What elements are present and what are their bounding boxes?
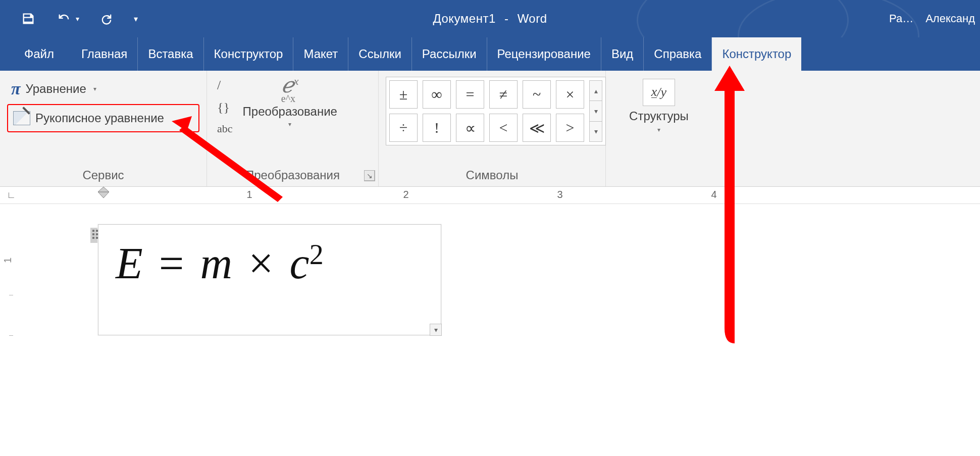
symbol-tilde[interactable]: ~ [523, 80, 551, 109]
indent-marker[interactable] [98, 187, 109, 202]
group-symbols: ± ∞ = ≠ ~ × ÷ ! ∝ < ≪ > ▴ ▾ ▾ [379, 71, 606, 186]
gallery-scroll-down[interactable]: ▾ [589, 101, 602, 121]
gallery-scroll-up[interactable]: ▴ [589, 80, 602, 101]
ruler-num-3: 3 [557, 189, 562, 200]
ink-equation-label: Рукописное уравнение [35, 111, 164, 125]
document-name: Документ1 [433, 12, 495, 25]
save-icon [21, 12, 35, 26]
title-separator: - [504, 12, 509, 25]
ink-equation-icon [13, 111, 30, 125]
window-title: Документ1 - Word [433, 12, 547, 26]
conversions-dialog-launcher[interactable]: ↘ [364, 170, 375, 181]
group-conversions: / {} abc ℯxe^x Преобразование ▾ Преобраз… [207, 71, 379, 186]
symbol-greater-than[interactable]: > [556, 114, 584, 142]
tab-file[interactable]: Файл [14, 37, 71, 71]
svg-marker-1 [98, 187, 109, 192]
convert-button[interactable]: ℯxe^x Преобразование ▾ [243, 77, 337, 128]
tab-mailings[interactable]: Рассылки [412, 37, 487, 71]
tab-home[interactable]: Главная [71, 37, 138, 71]
symbol-multiply[interactable]: × [556, 80, 584, 109]
equation-button-label: Уравнение [26, 82, 86, 96]
group-tools-label: Сервис [7, 165, 199, 186]
equation-drag-handle[interactable] [90, 228, 97, 243]
gallery-expand[interactable]: ▾ [589, 122, 602, 142]
group-structures: x/y Структуры ▾ [606, 71, 712, 186]
ribbon-tabs: Файл Главная Вставка Конструктор Макет С… [0, 37, 980, 71]
app-name: Word [518, 12, 547, 25]
ruler-num-4: 4 [711, 189, 716, 200]
ruler-num-2: 2 [403, 189, 408, 200]
equation-content[interactable]: E = m × c2 [98, 225, 441, 302]
horizontal-ruler[interactable]: 1 2 3 4 [22, 187, 980, 204]
ruler-num-1: 1 [246, 189, 252, 200]
convert-label: Преобразование [243, 105, 337, 119]
symbols-grid: ± ∞ = ≠ ~ × ÷ ! ∝ < ≪ > [389, 80, 584, 142]
undo-icon [56, 12, 73, 26]
group-tools: π Уравнение ▾ Рукописное уравнение Серви… [0, 71, 207, 186]
pi-icon: π [11, 79, 21, 98]
vruler-num-1: 1 [2, 258, 14, 263]
symbol-much-less[interactable]: ≪ [523, 114, 551, 142]
title-bar: ▾ ▾ Документ1 - Word Ра… Александ [0, 0, 980, 37]
redo-button[interactable] [96, 9, 117, 29]
redo-icon [99, 12, 114, 26]
linear-format-button[interactable]: / [214, 77, 224, 94]
quick-access-toolbar: ▾ ▾ [0, 9, 141, 29]
qat-customize-button[interactable]: ▾ [131, 9, 141, 29]
professional-format-button[interactable]: {} [214, 99, 233, 116]
symbol-divide[interactable]: ÷ [389, 114, 418, 142]
symbol-less-than[interactable]: < [489, 114, 518, 142]
text-format-button[interactable]: abc [214, 121, 236, 136]
ribbon: π Уравнение ▾ Рукописное уравнение Серви… [0, 71, 980, 187]
symbol-infinity[interactable]: ∞ [423, 80, 451, 109]
symbol-factorial[interactable]: ! [423, 114, 451, 142]
equation-button[interactable]: π Уравнение ▾ [7, 77, 199, 101]
symbol-equals[interactable]: = [456, 80, 484, 109]
structures-label: Структуры [629, 109, 689, 123]
structures-button[interactable]: x/y Структуры ▾ [629, 77, 689, 133]
symbol-plus-minus[interactable]: ± [389, 80, 418, 109]
undo-button[interactable]: ▾ [53, 9, 82, 29]
tab-equation-design[interactable]: Конструктор [712, 37, 801, 71]
page[interactable]: E = m × c2 ▾ [22, 204, 980, 456]
vertical-ruler[interactable]: 1 [0, 204, 22, 456]
symbol-not-equal[interactable]: ≠ [489, 80, 518, 109]
tab-references[interactable]: Ссылки [348, 37, 412, 71]
equation-options-button[interactable]: ▾ [430, 324, 442, 336]
horizontal-ruler-area: ∟ 1 2 3 4 [0, 187, 980, 204]
truncated-context-tab: Ра… [889, 12, 913, 25]
save-button[interactable] [18, 9, 38, 29]
equation-container[interactable]: E = m × c2 ▾ [98, 224, 441, 335]
tab-view[interactable]: Вид [601, 37, 644, 71]
ink-equation-button[interactable]: Рукописное уравнение [7, 104, 199, 132]
tab-layout[interactable]: Макет [293, 37, 348, 71]
group-conversions-label: Преобразования [214, 165, 371, 186]
convert-icon: ℯxe^x [281, 77, 299, 103]
tab-insert[interactable]: Вставка [138, 37, 203, 71]
fraction-icon: x/y [643, 79, 675, 106]
group-symbols-label: Символы [386, 165, 598, 186]
tab-design[interactable]: Конструктор [204, 37, 294, 71]
symbols-gallery: ± ∞ = ≠ ~ × ÷ ! ∝ < ≪ > ▴ ▾ ▾ [386, 77, 606, 145]
svg-marker-0 [98, 192, 109, 198]
ruler-corner: ∟ [0, 187, 22, 204]
document-area: 1 E = m × c2 ▾ [0, 204, 980, 456]
user-name: Александ [925, 12, 975, 25]
tab-help[interactable]: Справка [644, 37, 712, 71]
tab-review[interactable]: Рецензирование [487, 37, 601, 71]
symbol-proportional[interactable]: ∝ [456, 114, 484, 142]
